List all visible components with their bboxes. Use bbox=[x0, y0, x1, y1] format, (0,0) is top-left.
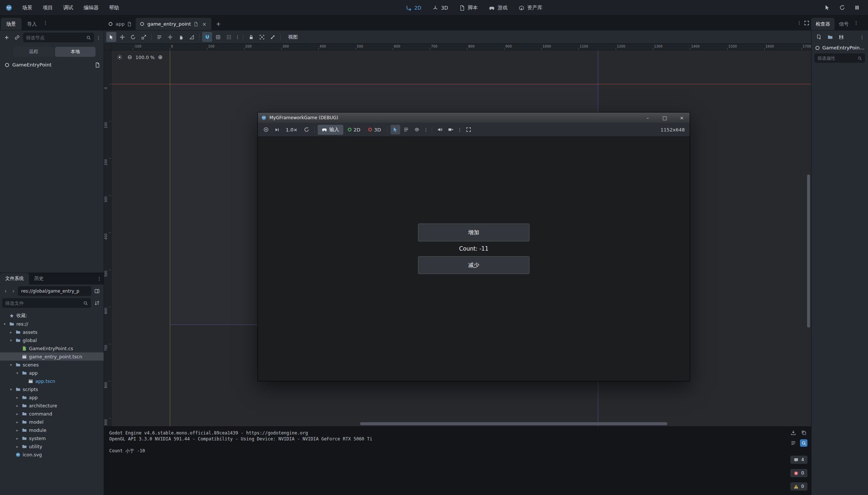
workspace-gamepad[interactable]: 游戏 bbox=[489, 4, 508, 11]
menubar-menu-1[interactable]: 项目 bbox=[38, 3, 58, 13]
decrease-button[interactable]: 减少 bbox=[418, 256, 529, 274]
tree-arrow-icon[interactable]: ▸ bbox=[15, 404, 20, 408]
pan-tool-icon[interactable] bbox=[176, 32, 186, 42]
tab-signals[interactable]: 信号 bbox=[835, 18, 853, 30]
open-script-icon[interactable] bbox=[95, 62, 100, 68]
current-path[interactable]: res://global/game_entry_p bbox=[18, 286, 91, 296]
vertical-scrollbar[interactable] bbox=[807, 175, 810, 328]
input-mode-toggle[interactable]: 输入 bbox=[318, 125, 343, 135]
debugger-errors-badge[interactable]: 0 bbox=[790, 469, 807, 477]
list-select-icon[interactable] bbox=[154, 32, 164, 42]
restart-game-icon[interactable] bbox=[838, 3, 846, 12]
mode-2d-radio[interactable]: 2D bbox=[344, 127, 364, 133]
tree-arrow-icon[interactable]: ▸ bbox=[9, 330, 13, 334]
time-scale-button[interactable]: 1.0× bbox=[283, 127, 301, 133]
group-icon[interactable] bbox=[257, 32, 267, 42]
save-resource-icon[interactable] bbox=[837, 33, 846, 42]
next-frame-icon[interactable] bbox=[272, 125, 282, 134]
fs-item-game-entry-point.tscn[interactable]: game_entry_point.tscn bbox=[0, 352, 104, 361]
fs-item-command[interactable]: ▸command bbox=[0, 410, 104, 418]
forward-icon[interactable]: › bbox=[10, 287, 17, 296]
distraction-free-icon[interactable] bbox=[802, 19, 811, 27]
fs-item-icon.svg[interactable]: icon.svg bbox=[0, 450, 104, 459]
rotate-tool-icon[interactable] bbox=[128, 32, 138, 42]
fs-item-app.tscn[interactable]: app.tscn bbox=[0, 377, 104, 385]
view-menu-button[interactable]: 视图 bbox=[283, 32, 302, 42]
camera-override-icon[interactable] bbox=[446, 125, 456, 134]
fs-item-system[interactable]: ▸system bbox=[0, 434, 104, 442]
log-filter-icon[interactable] bbox=[790, 439, 797, 447]
game-window-titlebar[interactable]: MyGFrameworkGame (DEBUG) – □ × bbox=[258, 113, 690, 123]
fs-item-utility[interactable]: ▸utility bbox=[0, 442, 104, 450]
camera-options-icon[interactable]: ⋮ bbox=[457, 125, 463, 134]
pick-mode-icon[interactable] bbox=[823, 3, 832, 12]
window-maximize-button[interactable]: □ bbox=[658, 113, 672, 123]
inspector-menu-icon[interactable]: ⋮ bbox=[859, 33, 865, 42]
local-button[interactable]: 本地 bbox=[55, 47, 95, 57]
menubar-menu-3[interactable]: 编辑器 bbox=[78, 3, 104, 13]
mute-audio-icon[interactable] bbox=[435, 125, 445, 134]
fs-item-gameentrypoint.cs[interactable]: GameEntryPoint.cs bbox=[0, 344, 104, 352]
workspace-script[interactable]: 脚本 bbox=[459, 4, 478, 11]
fs-item-model[interactable]: ▸model bbox=[0, 418, 104, 426]
add-node-button[interactable] bbox=[2, 33, 11, 42]
skeleton-icon[interactable] bbox=[268, 32, 278, 42]
copy-log-icon[interactable] bbox=[800, 429, 807, 436]
scene-tabs-menu-icon[interactable]: ⋮ bbox=[796, 19, 802, 27]
game-list-icon[interactable] bbox=[401, 125, 411, 134]
game-select-options-icon[interactable]: ⋮ bbox=[423, 125, 429, 134]
fs-item-module[interactable]: ▸module bbox=[0, 426, 104, 434]
load-resource-icon[interactable] bbox=[826, 33, 835, 42]
sort-files-icon[interactable] bbox=[93, 299, 101, 307]
suspend-icon[interactable] bbox=[261, 125, 271, 134]
horizontal-scrollbar[interactable] bbox=[360, 422, 667, 425]
game-select-tool-icon[interactable] bbox=[391, 125, 400, 134]
tab-filesystem[interactable]: 文件系统 bbox=[0, 273, 29, 284]
debugger-messages-badge[interactable]: 4 bbox=[790, 456, 807, 464]
smart-snap-icon[interactable] bbox=[202, 32, 212, 42]
window-close-button[interactable]: × bbox=[675, 113, 689, 123]
tab-import-dock[interactable]: 导入 bbox=[22, 18, 42, 30]
zoom-out-button[interactable]: ⊖ bbox=[127, 54, 132, 61]
fs-item-app[interactable]: ▸app bbox=[0, 393, 104, 401]
tree-arrow-icon[interactable]: ▸ bbox=[15, 395, 20, 400]
mode-3d-radio[interactable]: 3D bbox=[365, 127, 384, 133]
tree-arrow-icon[interactable]: ▸ bbox=[15, 444, 20, 449]
split-dock-icon[interactable] bbox=[93, 287, 101, 296]
menubar-menu-4[interactable]: 帮助 bbox=[104, 3, 124, 13]
fs-item-architecture[interactable]: ▸architecture bbox=[0, 401, 104, 410]
inspected-object-row[interactable]: GameEntryPoint... bbox=[812, 44, 868, 52]
fs-item-scripts[interactable]: ▾scripts bbox=[0, 385, 104, 393]
scene-tab-game_entry_point[interactable]: game_entry_point× bbox=[136, 18, 211, 30]
fs-item--[interactable]: 收藏: bbox=[0, 312, 104, 320]
tab-history[interactable]: 历史 bbox=[29, 273, 49, 284]
ruler-tool-icon[interactable] bbox=[187, 32, 197, 42]
tree-arrow-icon[interactable]: ▸ bbox=[15, 420, 20, 424]
fs-item-scenes[interactable]: ▾scenes bbox=[0, 361, 104, 369]
workspace-assetlib[interactable]: 资产库 bbox=[519, 4, 542, 11]
fs-item-app[interactable]: ▾app bbox=[0, 369, 104, 377]
tree-arrow-icon[interactable]: ▾ bbox=[2, 322, 7, 326]
fs-item-res-[interactable]: ▾res:// bbox=[0, 320, 104, 328]
tree-arrow-icon[interactable]: ▸ bbox=[15, 436, 20, 440]
move-tool-icon[interactable] bbox=[117, 32, 127, 42]
scene-dock-menu-icon[interactable]: ⋮ bbox=[95, 33, 101, 42]
debugger-warnings-badge[interactable]: 0 bbox=[790, 482, 807, 491]
tree-arrow-icon[interactable]: ▸ bbox=[15, 412, 20, 416]
lock-icon[interactable] bbox=[246, 32, 256, 42]
snap-options-icon[interactable]: ⋮ bbox=[234, 33, 240, 42]
close-tab-icon[interactable]: × bbox=[201, 21, 207, 27]
zoom-level[interactable]: 100.0 % bbox=[136, 55, 155, 60]
tree-arrow-icon[interactable]: ▾ bbox=[15, 371, 20, 375]
scene-tree-root-row[interactable]: GameEntryPoint bbox=[0, 60, 104, 70]
increase-button[interactable]: 增加 bbox=[418, 224, 529, 241]
tree-arrow-icon[interactable]: ▾ bbox=[9, 363, 13, 367]
game-visibility-icon[interactable] bbox=[412, 125, 422, 134]
sun-icon[interactable] bbox=[115, 53, 124, 62]
left-dock-menu-icon[interactable]: ⋮ bbox=[42, 19, 48, 27]
tree-arrow-icon[interactable]: ▾ bbox=[9, 387, 13, 391]
menubar-menu-0[interactable]: 场景 bbox=[17, 3, 38, 13]
filter-nodes-input[interactable] bbox=[26, 35, 84, 40]
embed-fullscreen-icon[interactable] bbox=[464, 125, 473, 134]
fs-item-assets[interactable]: ▸assets bbox=[0, 328, 104, 336]
